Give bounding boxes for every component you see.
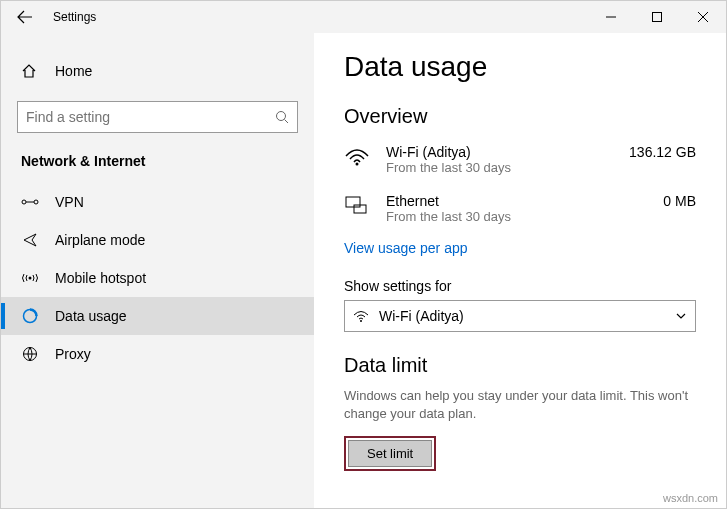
- wifi-small-icon: [353, 310, 369, 322]
- data-limit-desc: Windows can help you stay under your dat…: [344, 387, 696, 422]
- network-sub: From the last 30 days: [386, 209, 616, 224]
- sidebar-item-label: Proxy: [55, 346, 91, 362]
- sidebar-item-proxy[interactable]: Proxy: [1, 335, 314, 373]
- ethernet-icon: [344, 193, 386, 215]
- data-limit-title: Data limit: [344, 354, 696, 377]
- view-usage-link[interactable]: View usage per app: [344, 240, 468, 256]
- network-name: Wi-Fi (Aditya): [386, 144, 616, 160]
- minimize-icon: [606, 12, 616, 22]
- back-button[interactable]: [1, 1, 49, 33]
- home-nav[interactable]: Home: [1, 55, 314, 87]
- titlebar: Settings: [1, 1, 726, 33]
- sidebar-item-vpn[interactable]: VPN: [1, 183, 314, 221]
- search-input[interactable]: [26, 109, 246, 125]
- select-value: Wi-Fi (Aditya): [379, 308, 464, 324]
- vpn-icon: [21, 195, 39, 209]
- sidebar-item-label: Mobile hotspot: [55, 270, 146, 286]
- network-row-ethernet: Ethernet From the last 30 days 0 MB: [344, 187, 696, 236]
- data-usage-icon: [21, 308, 39, 324]
- search-box[interactable]: [17, 101, 298, 133]
- svg-point-1: [277, 112, 286, 121]
- close-button[interactable]: [680, 1, 726, 33]
- network-name: Ethernet: [386, 193, 616, 209]
- sidebar-item-label: Data usage: [55, 308, 127, 324]
- maximize-icon: [652, 12, 662, 22]
- sidebar-item-mobile-hotspot[interactable]: Mobile hotspot: [1, 259, 314, 297]
- network-row-wifi: Wi-Fi (Aditya) From the last 30 days 136…: [344, 138, 696, 187]
- sidebar-item-data-usage[interactable]: Data usage: [1, 297, 314, 335]
- svg-point-4: [29, 277, 32, 280]
- network-value: 0 MB: [616, 193, 696, 209]
- page-title: Data usage: [344, 51, 696, 83]
- arrow-left-icon: [17, 9, 33, 25]
- section-header: Network & Internet: [1, 153, 314, 183]
- set-limit-button[interactable]: Set limit: [348, 440, 432, 467]
- show-settings-label: Show settings for: [344, 278, 696, 294]
- watermark: wsxdn.com: [663, 492, 718, 504]
- chevron-down-icon: [675, 310, 687, 322]
- maximize-button[interactable]: [634, 1, 680, 33]
- network-value: 136.12 GB: [616, 144, 696, 160]
- hotspot-icon: [21, 271, 39, 285]
- home-icon: [21, 63, 39, 79]
- content: Data usage Overview Wi-Fi (Aditya) From …: [314, 33, 726, 508]
- show-settings-select[interactable]: Wi-Fi (Aditya): [344, 300, 696, 332]
- overview-title: Overview: [344, 105, 696, 128]
- sidebar-item-label: Airplane mode: [55, 232, 145, 248]
- svg-point-7: [356, 163, 359, 166]
- home-label: Home: [55, 63, 92, 79]
- network-sub: From the last 30 days: [386, 160, 616, 175]
- sidebar-item-label: VPN: [55, 194, 84, 210]
- sidebar-item-airplane-mode[interactable]: Airplane mode: [1, 221, 314, 259]
- wifi-icon: [344, 144, 386, 166]
- search-icon: [275, 110, 289, 124]
- proxy-icon: [21, 346, 39, 362]
- minimize-button[interactable]: [588, 1, 634, 33]
- sidebar: Home Network & Internet VPN Airplane mod…: [1, 33, 314, 508]
- svg-point-3: [34, 200, 38, 204]
- svg-point-10: [360, 320, 362, 322]
- airplane-icon: [21, 232, 39, 248]
- set-limit-highlight: Set limit: [344, 436, 436, 471]
- svg-point-2: [22, 200, 26, 204]
- window-title: Settings: [49, 10, 96, 24]
- svg-rect-0: [653, 13, 662, 22]
- close-icon: [698, 12, 708, 22]
